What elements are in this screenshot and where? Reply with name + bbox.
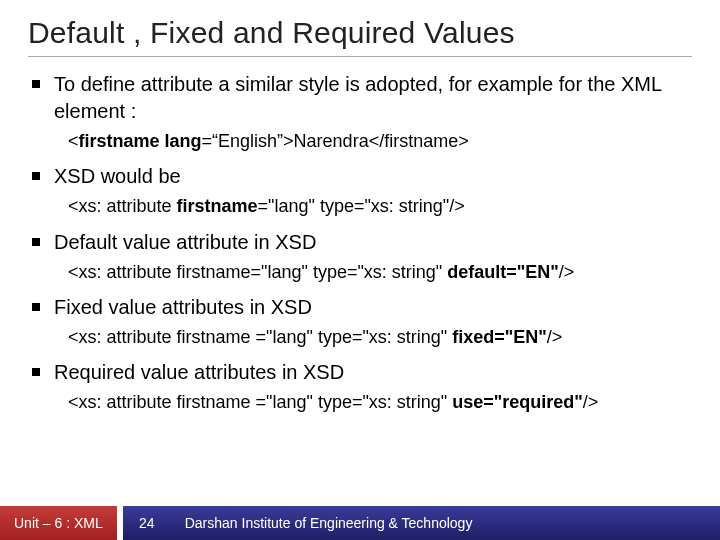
footer-unit: Unit – 6 : XML <box>0 506 117 540</box>
code-text: =“English”>Narendra</firstname> <box>202 131 469 151</box>
code-text: /> <box>559 262 575 282</box>
code-bold: use="required" <box>452 392 583 412</box>
bullet-marker <box>32 368 40 376</box>
bullet-item: Default value attribute in XSD <box>28 229 692 256</box>
code-bold: firstname <box>177 196 258 216</box>
footer: Unit – 6 : XML 24 Darshan Institute of E… <box>0 506 720 540</box>
code-line: <xs: attribute firstname="lang" type="xs… <box>28 260 692 284</box>
bullet-marker <box>32 238 40 246</box>
code-bold: fixed="EN" <box>452 327 547 347</box>
code-text: <xs: attribute <box>68 196 177 216</box>
code-bold: firstname lang <box>79 131 202 151</box>
code-bold: default="EN" <box>447 262 559 282</box>
bullet-item: Required value attributes in XSD <box>28 359 692 386</box>
bullet-item: To define attribute a similar style is a… <box>28 71 692 125</box>
bullet-text: XSD would be <box>54 163 181 190</box>
code-line: <xs: attribute firstname ="lang" type="x… <box>28 325 692 349</box>
code-line: <xs: attribute firstname ="lang" type="x… <box>28 390 692 414</box>
footer-org: Darshan Institute of Engineering & Techn… <box>171 506 720 540</box>
content-area: To define attribute a similar style is a… <box>28 71 692 414</box>
bullet-marker <box>32 303 40 311</box>
code-line: <xs: attribute firstname="lang" type="xs… <box>28 194 692 218</box>
code-text: /> <box>583 392 599 412</box>
bullet-item: Fixed value attributes in XSD <box>28 294 692 321</box>
bullet-text: Required value attributes in XSD <box>54 359 344 386</box>
code-text: <xs: attribute firstname ="lang" type="x… <box>68 392 452 412</box>
code-line: <firstname lang=“English”>Narendra</firs… <box>28 129 692 153</box>
slide-body: Default , Fixed and Required Values To d… <box>0 0 720 414</box>
bullet-text: Default value attribute in XSD <box>54 229 316 256</box>
bullet-text: To define attribute a similar style is a… <box>54 71 692 125</box>
footer-page-number: 24 <box>123 506 171 540</box>
code-text: <xs: attribute firstname="lang" type="xs… <box>68 262 447 282</box>
bullet-item: XSD would be <box>28 163 692 190</box>
bullet-marker <box>32 80 40 88</box>
bullet-marker <box>32 172 40 180</box>
bullet-text: Fixed value attributes in XSD <box>54 294 312 321</box>
code-text: <xs: attribute firstname ="lang" type="x… <box>68 327 452 347</box>
code-text: ="lang" type="xs: string"/> <box>258 196 465 216</box>
code-text: /> <box>547 327 563 347</box>
code-text: < <box>68 131 79 151</box>
slide-title: Default , Fixed and Required Values <box>28 16 692 57</box>
